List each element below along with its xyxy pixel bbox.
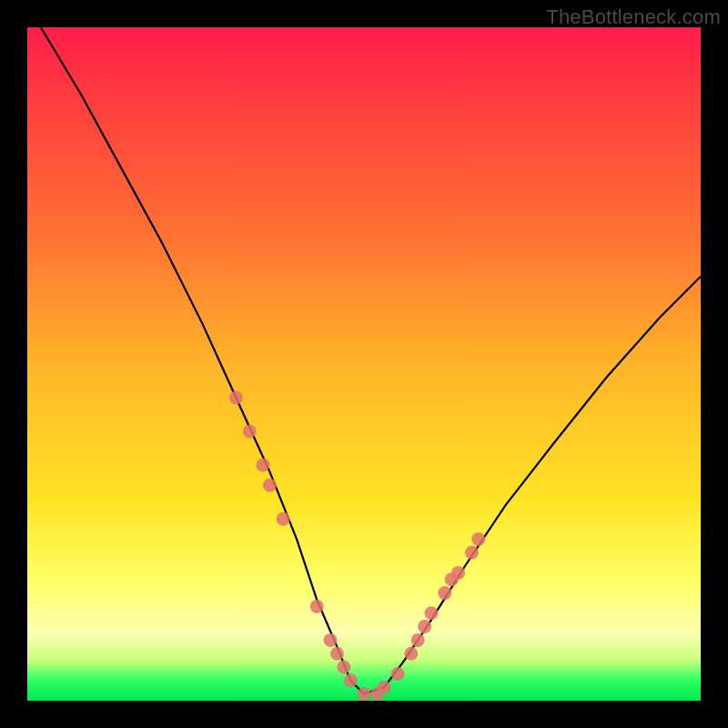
marker-point [411, 633, 425, 647]
chart-svg [27, 27, 701, 701]
marker-point [451, 566, 465, 580]
marker-point [425, 606, 439, 620]
marker-point [418, 620, 431, 633]
marker-point [378, 681, 391, 694]
marker-group [229, 391, 485, 702]
marker-point [257, 459, 270, 472]
marker-point [465, 546, 479, 560]
marker-point [391, 667, 405, 681]
marker-point [324, 633, 338, 647]
marker-point [337, 661, 350, 674]
chart-frame [27, 27, 701, 701]
marker-point [358, 687, 371, 701]
marker-point [471, 532, 485, 546]
marker-point [243, 425, 257, 439]
watermark-text: TheBottleneck.com [546, 5, 721, 29]
marker-point [310, 600, 324, 613]
marker-point [229, 391, 243, 405]
marker-point [330, 647, 344, 661]
marker-point [438, 586, 451, 600]
marker-point [263, 479, 277, 492]
marker-point [344, 673, 358, 687]
marker-point [277, 512, 290, 526]
bottleneck-curve [41, 27, 701, 694]
marker-point [404, 647, 418, 661]
